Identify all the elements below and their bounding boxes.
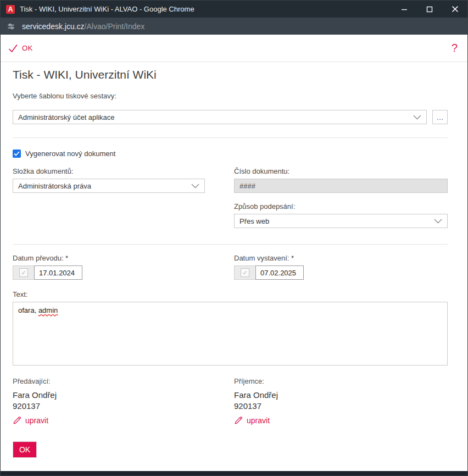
generate-document-label: Vygenerovat nový dokument (25, 150, 115, 158)
transfer-date-label-text: Datum převodu: (13, 254, 65, 262)
minimize-button[interactable] (392, 1, 417, 18)
print-form: Tisk - WIKI, Univerzitní WiKi Vyberte ša… (1, 62, 467, 471)
document-fields-grid: Složka dokumentů: Administrátorská práva… (13, 167, 448, 228)
checkbox-checked-icon (13, 150, 21, 158)
required-mark: * (291, 254, 294, 262)
doc-number-input: #### (234, 179, 448, 193)
issue-date-label-text: Datum vystavení: (234, 254, 291, 262)
transfer-date-checkbox-cell: ✓ (13, 266, 34, 279)
maximize-button[interactable] (417, 1, 442, 18)
check-glyph-icon (14, 151, 20, 156)
toolbar-ok-label: OK (22, 44, 33, 52)
alvao-favicon-icon: A (6, 5, 15, 14)
required-mark: * (65, 254, 68, 262)
text-label: Text: (13, 290, 448, 298)
template-row: Administrátorský účet aplikace … (13, 110, 448, 124)
chevron-down-icon (191, 184, 199, 189)
address-field[interactable]: servicedesk.jcu.cz/Alvao/Print/Index (22, 22, 144, 31)
help-button[interactable]: ? (452, 42, 458, 54)
signing-select-value: Přes web (239, 217, 269, 225)
issue-date-field: Datum vystavení: * ✓ 07.02.2025 (234, 254, 448, 280)
pencil-icon (13, 416, 22, 425)
close-button[interactable] (442, 1, 467, 18)
toolbar-ok-button[interactable]: OK (8, 44, 33, 53)
window-title: Tisk - WIKI, Univerzitní WiKi - ALVAO - … (20, 5, 392, 13)
folder-select[interactable]: Administrátorská práva (13, 179, 205, 193)
text-input[interactable]: ofara, admin (13, 302, 448, 366)
doc-number-label: Číslo dokumentu: (234, 167, 448, 175)
chevron-down-icon (434, 219, 442, 224)
template-select-value: Administrátorský účet aplikace (18, 113, 115, 121)
recipient-person: Příjemce: Fara Ondřej 920137 upravit (234, 377, 448, 427)
issue-date-input[interactable]: 07.02.2025 (255, 265, 304, 280)
handover-edit-link[interactable]: upravit (13, 416, 48, 425)
transfer-date-widget: ✓ 17.01.2024 (13, 265, 82, 280)
recipient-id: 920137 (234, 401, 448, 411)
url-host: servicedesk.jcu.cz (22, 22, 85, 31)
url-path: /Alvao/Print/Index (85, 22, 145, 31)
browser-window: A Tisk - WIKI, Univerzitní WiKi - ALVAO … (0, 0, 468, 476)
window-controls (392, 1, 467, 18)
handover-edit-label: upravit (25, 416, 48, 425)
section-divider (13, 137, 448, 138)
handover-label: Předávající: (13, 377, 205, 385)
transfer-date-field: Datum převodu: * ✓ 17.01.2024 (13, 254, 205, 280)
page-toolbar: OK ? (1, 35, 467, 62)
page-title: Tisk - WIKI, Univerzitní WiKi (13, 68, 448, 81)
chevron-down-icon (413, 115, 421, 120)
handover-id: 920137 (13, 401, 205, 411)
footer-bar (1, 471, 467, 475)
check-icon (8, 44, 18, 53)
section-divider (13, 244, 448, 245)
handover-name: Fara Ondřej (13, 390, 205, 400)
url-bar: servicedesk.jcu.cz/Alvao/Print/Index (1, 18, 467, 35)
issue-date-widget: ✓ 07.02.2025 (234, 265, 304, 280)
folder-label: Složka dokumentů: (13, 167, 205, 175)
text-value: ofara, (18, 306, 36, 314)
dates-grid: Datum převodu: * ✓ 17.01.2024 Datum vyst… (13, 254, 448, 280)
signing-label: Způsob podepsání: (234, 202, 448, 211)
signing-select[interactable]: Přes web (234, 214, 448, 228)
site-settings-button[interactable] (4, 20, 18, 33)
recipient-name: Fara Ondřej (234, 390, 448, 400)
template-select[interactable]: Administrátorský účet aplikace (13, 110, 427, 124)
template-more-button[interactable]: … (432, 110, 448, 124)
issue-date-label: Datum vystavení: * (234, 254, 448, 262)
issue-date-checkbox-cell: ✓ (235, 266, 255, 279)
recipient-label: Příjemce: (234, 377, 448, 385)
pencil-icon (234, 416, 243, 425)
document-number-column: Číslo dokumentu: #### Způsob podepsání: … (234, 167, 448, 228)
handover-person: Předávající: Fara Ondřej 920137 upravit (13, 377, 205, 427)
submit-ok-button[interactable]: OK (13, 441, 37, 458)
title-bar: A Tisk - WIKI, Univerzitní WiKi - ALVAO … (1, 1, 467, 18)
issue-date-checkbox-disabled: ✓ (241, 268, 249, 277)
transfer-date-checkbox-disabled: ✓ (19, 268, 28, 277)
text-value-misspelled: admin (38, 306, 58, 314)
transfer-date-input[interactable]: 17.01.2024 (34, 265, 82, 280)
tune-icon (7, 22, 15, 31)
folder-select-value: Administrátorská práva (18, 182, 91, 190)
people-grid: Předávající: Fara Ondřej 920137 upravit … (13, 377, 448, 427)
maximize-icon (426, 6, 433, 13)
recipient-edit-label: upravit (247, 416, 270, 425)
recipient-edit-link[interactable]: upravit (234, 416, 270, 425)
transfer-date-label: Datum převodu: * (13, 254, 205, 262)
generate-document-checkbox[interactable]: Vygenerovat nový dokument (13, 150, 448, 158)
folder-field: Složka dokumentů: Administrátorská práva (13, 167, 205, 228)
close-icon (452, 5, 459, 13)
minimize-icon (401, 6, 408, 13)
template-label: Vyberte šablonu tiskové sestavy: (13, 92, 448, 100)
